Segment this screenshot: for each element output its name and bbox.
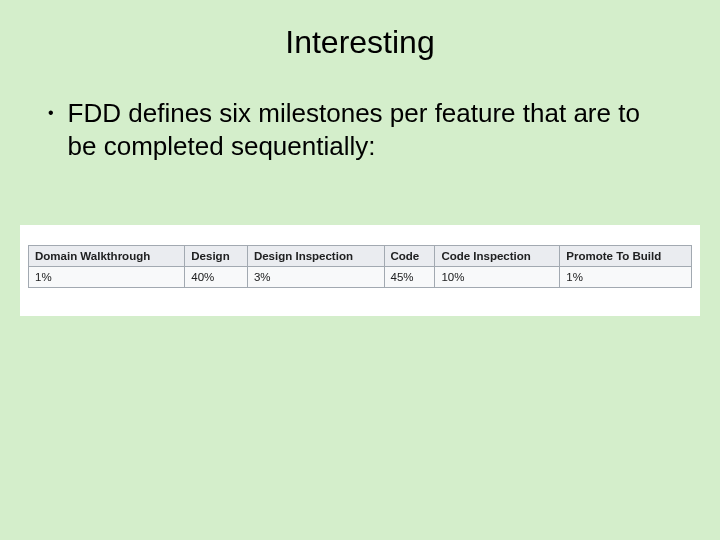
header-design-inspection: Design Inspection: [247, 246, 384, 267]
header-domain-walkthrough: Domain Walkthrough: [29, 246, 185, 267]
header-design: Design: [185, 246, 248, 267]
slide-title: Interesting: [0, 0, 720, 61]
bullet-marker-icon: •: [48, 103, 54, 123]
header-promote-to-build: Promote To Build: [560, 246, 692, 267]
cell-promote-to-build: 1%: [560, 267, 692, 288]
cell-domain-walkthrough: 1%: [29, 267, 185, 288]
cell-code: 45%: [384, 267, 435, 288]
table-container: Domain Walkthrough Design Design Inspect…: [20, 225, 700, 316]
cell-code-inspection: 10%: [435, 267, 560, 288]
bullet-text: FDD defines six milestones per feature t…: [68, 97, 672, 162]
table-header-row: Domain Walkthrough Design Design Inspect…: [29, 246, 692, 267]
table-row: 1% 40% 3% 45% 10% 1%: [29, 267, 692, 288]
bullet-section: • FDD defines six milestones per feature…: [0, 61, 720, 162]
cell-design: 40%: [185, 267, 248, 288]
cell-design-inspection: 3%: [247, 267, 384, 288]
bullet-item: • FDD defines six milestones per feature…: [48, 97, 672, 162]
header-code-inspection: Code Inspection: [435, 246, 560, 267]
header-code: Code: [384, 246, 435, 267]
milestones-table: Domain Walkthrough Design Design Inspect…: [28, 245, 692, 288]
